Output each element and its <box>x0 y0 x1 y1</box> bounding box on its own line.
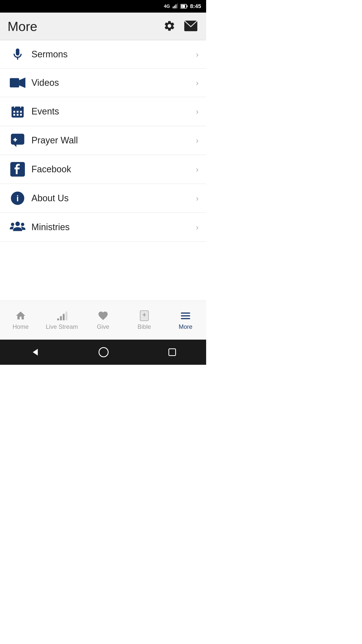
events-label: Events <box>31 106 196 117</box>
svg-rect-34 <box>66 312 67 320</box>
svg-rect-9 <box>10 78 19 87</box>
sermons-label: Sermons <box>31 49 196 60</box>
home-system-button[interactable] <box>99 347 109 357</box>
nav-item-live-stream[interactable]: Live Stream <box>41 308 82 333</box>
svg-point-30 <box>21 223 24 226</box>
more-nav-label: More <box>179 323 193 330</box>
svg-marker-10 <box>19 77 25 88</box>
page-title: More <box>8 19 37 34</box>
calendar-icon <box>10 104 25 119</box>
menu-item-events[interactable]: Events › <box>0 97 206 126</box>
info-icon: i <box>10 191 25 206</box>
svg-point-28 <box>15 222 20 226</box>
svg-rect-0 <box>173 7 174 8</box>
home-nav-label: Home <box>13 323 29 330</box>
page-header: More <box>0 13 206 40</box>
menu-item-videos[interactable]: Videos › <box>0 69 206 97</box>
svg-rect-40 <box>181 315 190 316</box>
give-nav-icon <box>98 310 109 321</box>
mail-button[interactable] <box>183 19 199 33</box>
menu-item-ministries[interactable]: Ministries › <box>0 213 206 242</box>
recents-icon <box>168 348 177 357</box>
prayer-icon <box>10 133 25 148</box>
gear-icon <box>163 20 175 32</box>
menu-item-sermons[interactable]: Sermons › <box>0 40 206 69</box>
about-us-chevron: › <box>196 194 199 203</box>
svg-rect-16 <box>17 111 18 113</box>
bible-nav-icon <box>139 310 150 321</box>
ministries-label: Ministries <box>31 222 196 232</box>
live-stream-nav-icon <box>56 310 67 321</box>
status-bar: 4G ! 8:45 <box>0 0 206 13</box>
svg-text:i: i <box>16 193 19 203</box>
home-system-icon <box>99 347 109 357</box>
microphone-icon <box>11 47 25 61</box>
bottom-navigation: Home Live Stream Give Bible <box>0 301 206 340</box>
group-icon <box>10 220 25 234</box>
mail-icon <box>184 21 197 31</box>
back-button[interactable] <box>29 347 39 357</box>
system-nav-bar <box>0 340 206 365</box>
svg-rect-19 <box>17 114 18 116</box>
svg-rect-5 <box>187 5 188 7</box>
ministries-chevron: › <box>196 223 199 232</box>
nav-item-give[interactable]: Give <box>82 308 124 333</box>
settings-button[interactable] <box>162 19 177 34</box>
header-actions <box>162 19 199 34</box>
nav-item-more[interactable]: More <box>165 308 206 333</box>
menu-nav-icon <box>180 310 191 321</box>
time-display: 8:45 <box>190 3 201 10</box>
give-nav-label: Give <box>97 323 109 330</box>
prayer-wall-chevron: › <box>196 136 199 145</box>
live-stream-nav-label: Live Stream <box>46 323 78 330</box>
facebook-icon <box>10 162 25 177</box>
video-camera-icon <box>10 76 25 90</box>
svg-rect-18 <box>13 114 15 116</box>
svg-rect-32 <box>60 316 62 320</box>
facebook-chevron: › <box>196 165 199 174</box>
svg-rect-41 <box>181 318 190 319</box>
signal-icon <box>172 4 178 9</box>
videos-chevron: › <box>196 78 199 88</box>
svg-text:!: ! <box>182 5 183 8</box>
svg-rect-15 <box>13 111 15 113</box>
svg-rect-31 <box>57 318 59 320</box>
recents-button[interactable] <box>168 348 177 357</box>
network-indicator: 4G <box>164 4 170 9</box>
svg-rect-3 <box>177 4 178 8</box>
home-nav-icon <box>15 310 26 321</box>
svg-rect-17 <box>20 111 22 113</box>
menu-item-facebook[interactable]: Facebook › <box>0 155 206 184</box>
svg-rect-12 <box>12 107 24 110</box>
prayer-wall-label: Prayer Wall <box>31 135 196 146</box>
svg-marker-42 <box>33 349 38 356</box>
battery-icon: ! <box>180 4 188 9</box>
svg-rect-44 <box>169 349 175 356</box>
svg-marker-22 <box>14 145 17 147</box>
svg-point-29 <box>11 223 14 226</box>
svg-rect-21 <box>11 134 24 145</box>
videos-label: Videos <box>31 77 196 88</box>
about-us-label: About Us <box>31 193 196 204</box>
svg-rect-1 <box>174 6 175 8</box>
svg-rect-33 <box>63 314 65 320</box>
menu-list: Sermons › Videos › <box>0 40 206 301</box>
nav-item-home[interactable]: Home <box>0 308 41 333</box>
svg-rect-2 <box>175 5 176 9</box>
svg-point-43 <box>99 348 108 357</box>
back-icon <box>29 347 39 357</box>
svg-rect-20 <box>20 114 22 116</box>
menu-item-about-us[interactable]: i About Us › <box>0 184 206 213</box>
svg-rect-39 <box>181 312 190 314</box>
menu-item-prayer-wall[interactable]: Prayer Wall › <box>0 126 206 155</box>
events-chevron: › <box>196 107 199 116</box>
facebook-label: Facebook <box>31 164 196 175</box>
nav-item-bible[interactable]: Bible <box>124 308 165 333</box>
bible-nav-label: Bible <box>138 323 151 330</box>
sermons-chevron: › <box>196 50 199 59</box>
